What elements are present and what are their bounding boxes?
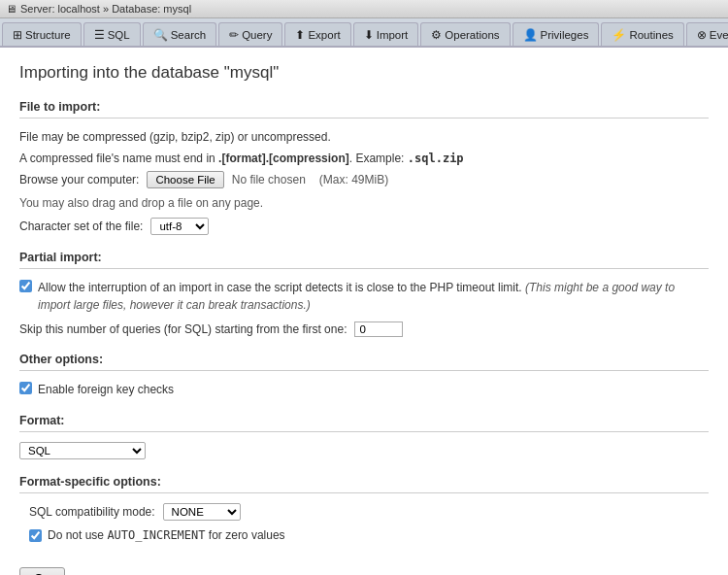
- auto-increment-checkbox[interactable]: [29, 529, 42, 542]
- window-title: Server: localhost » Database: mysql: [20, 3, 191, 15]
- format-section: Format: SQL CSV JSON XML: [19, 414, 709, 459]
- interrupt-checkbox-row: Allow the interruption of an import in c…: [19, 279, 709, 314]
- partial-import-section: Partial import: Allow the interruption o…: [19, 251, 709, 337]
- drag-text: You may also drag and drop a file on any…: [19, 196, 709, 210]
- tab-query-label: Query: [242, 29, 272, 41]
- partial-import-header: Partial import:: [19, 251, 709, 269]
- info-line2-prefix: A compressed file's name must end in: [19, 152, 218, 165]
- tab-import-label: Import: [377, 29, 409, 41]
- no-file-text: No file chosen: [232, 173, 306, 186]
- import-icon: ⬇: [364, 28, 374, 42]
- main-content: Importing into the database "mysql" File…: [0, 48, 728, 575]
- info-format: .[format].[compression]: [218, 152, 349, 165]
- operations-icon: ⚙: [431, 28, 442, 42]
- tab-search[interactable]: 🔍 Search: [143, 22, 216, 46]
- tab-sql[interactable]: ☰ SQL: [83, 22, 141, 46]
- format-header: Format:: [19, 414, 709, 432]
- sql-icon: ☰: [94, 28, 105, 42]
- tab-structure[interactable]: ⊞ Structure: [2, 22, 82, 46]
- tab-search-label: Search: [171, 29, 206, 41]
- skip-row: Skip this number of queries (for SQL) st…: [19, 321, 709, 337]
- tab-routines[interactable]: ⚡ Routines: [601, 22, 683, 46]
- server-icon: 🖥: [6, 3, 17, 15]
- interrupt-label: Allow the interruption of an import in c…: [38, 279, 709, 314]
- skip-input[interactable]: [354, 321, 403, 337]
- tab-import[interactable]: ⬇ Import: [353, 22, 419, 46]
- foreign-key-checkbox[interactable]: [19, 382, 32, 394]
- tab-structure-label: Structure: [25, 29, 71, 41]
- other-options-header: Other options:: [19, 353, 709, 371]
- max-size-text: (Max: 49MiB): [319, 173, 388, 186]
- format-specific-section: Format-specific options: SQL compatibili…: [19, 475, 709, 542]
- sql-compat-select[interactable]: NONE ANSI DB2 MAXDB MYSQL323 MYSQL40 MSS…: [163, 503, 241, 521]
- foreign-key-row: Enable foreign key checks: [19, 381, 709, 398]
- events-icon: ⊗: [697, 28, 707, 42]
- file-section-header: File to import:: [19, 100, 709, 118]
- tab-operations[interactable]: ⚙ Operations: [420, 22, 510, 46]
- sql-compat-row: SQL compatibility mode: NONE ANSI DB2 MA…: [19, 503, 709, 521]
- routines-icon: ⚡: [612, 28, 626, 42]
- tab-events[interactable]: ⊗ Events: [686, 22, 728, 46]
- choose-file-button[interactable]: Choose File: [147, 171, 223, 188]
- other-options-section: Other options: Enable foreign key checks: [19, 353, 709, 398]
- file-info-line2: A compressed file's name must end in .[f…: [19, 150, 709, 167]
- browse-row: Browse your computer: Choose File No fil…: [19, 171, 709, 188]
- search-icon: 🔍: [153, 28, 168, 42]
- skip-label: Skip this number of queries (for SQL) st…: [19, 322, 347, 336]
- charset-select[interactable]: utf-8 utf-16 latin1 ascii: [150, 218, 209, 235]
- tab-sql-label: SQL: [108, 29, 130, 41]
- auto-increment-row: Do not use AUTO_INCREMENT for zero value…: [19, 528, 709, 542]
- format-select[interactable]: SQL CSV JSON XML: [19, 442, 146, 459]
- tab-events-label: Events: [710, 29, 728, 41]
- tab-routines-label: Routines: [629, 29, 673, 41]
- window-titlebar: 🖥 Server: localhost » Database: mysql: [0, 0, 728, 18]
- query-icon: ✏: [229, 28, 239, 42]
- tab-operations-label: Operations: [445, 29, 499, 41]
- format-specific-header: Format-specific options:: [19, 475, 709, 493]
- structure-icon: ⊞: [13, 28, 22, 42]
- info-example: .sql.zip: [408, 152, 464, 165]
- tab-export[interactable]: ⬆ Export: [284, 22, 350, 46]
- file-info-line1: File may be compressed (gzip, bzip2, zip…: [19, 128, 709, 146]
- tab-privileges-label: Privileges: [541, 29, 589, 41]
- browse-label: Browse your computer:: [19, 173, 139, 186]
- page-title: Importing into the database "mysql": [19, 63, 709, 83]
- tab-query[interactable]: ✏ Query: [218, 22, 282, 46]
- privileges-icon: 👤: [523, 28, 538, 42]
- nav-tabs: ⊞ Structure ☰ SQL 🔍 Search ✏ Query ⬆ Exp…: [0, 18, 728, 48]
- go-button[interactable]: Go: [19, 567, 65, 575]
- foreign-key-label: Enable foreign key checks: [38, 381, 174, 398]
- file-import-section: File to import: File may be compressed (…: [19, 100, 709, 235]
- sql-compat-label: SQL compatibility mode:: [29, 505, 155, 519]
- tab-export-label: Export: [308, 29, 340, 41]
- charset-row: Character set of the file: utf-8 utf-16 …: [19, 218, 709, 235]
- interrupt-checkbox[interactable]: [19, 280, 32, 292]
- auto-increment-label: Do not use AUTO_INCREMENT for zero value…: [48, 528, 285, 542]
- tab-privileges[interactable]: 👤 Privileges: [513, 22, 600, 46]
- info-line2-suffix: . Example:: [349, 152, 408, 165]
- charset-label: Character set of the file:: [19, 220, 143, 233]
- export-icon: ⬆: [295, 28, 305, 42]
